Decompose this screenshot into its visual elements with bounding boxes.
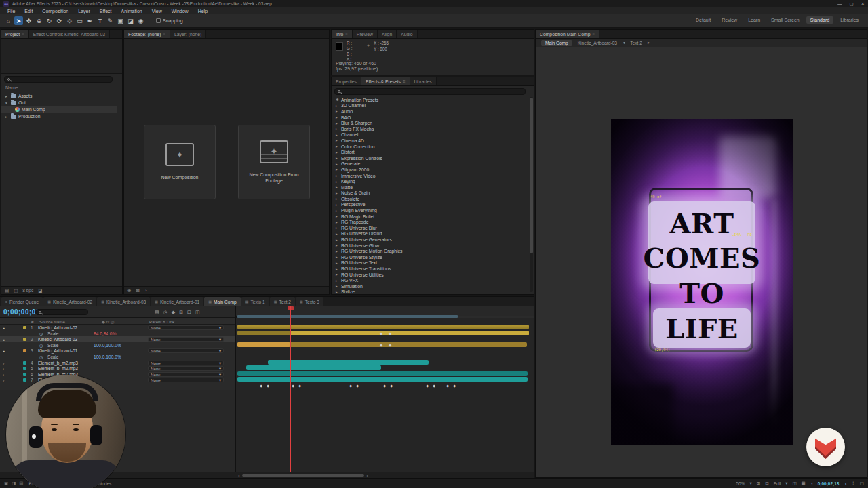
- column-source-name[interactable]: Source Name: [39, 319, 65, 324]
- audio-duration-bar[interactable]: [237, 377, 528, 382]
- panel-menu-icon[interactable]: ≡: [403, 79, 406, 83]
- stopwatch-icon[interactable]: ◷: [39, 343, 43, 348]
- twirl-icon[interactable]: ▸: [336, 284, 339, 288]
- tool-icon[interactable]: T: [96, 16, 104, 25]
- panel-menu-icon[interactable]: ≡: [345, 32, 348, 36]
- tab-render-queue[interactable]: ≡Render Queue: [1, 297, 43, 306]
- menu-item[interactable]: Layer: [73, 9, 95, 14]
- effects-category-item[interactable]: ▸ RG Universe Utilities: [332, 272, 528, 278]
- effects-category-item[interactable]: ▸ Audio: [332, 108, 528, 115]
- tab-align[interactable]: Align: [378, 30, 397, 38]
- tab-kinetic-artboard-02[interactable]: ▦Kinetic_Artboard-02: [43, 297, 96, 306]
- project-item-main-comp[interactable]: Main Comp: [1, 106, 117, 113]
- project-column-name[interactable]: Name: [5, 85, 18, 90]
- tab-composition[interactable]: Composition Main Comp≡: [536, 30, 599, 38]
- viewer-timecode[interactable]: 0;00;02;13: [818, 481, 840, 486]
- tab-kinetic-artboard-03[interactable]: ▦Kinetic_Artboard-03: [97, 297, 150, 306]
- snapshot-icon[interactable]: ▢: [860, 481, 864, 486]
- effects-category-item[interactable]: ▸ Distort: [332, 149, 528, 155]
- keyframe-icon[interactable]: ◆: [383, 384, 386, 388]
- twirl-icon[interactable]: ▸: [5, 94, 9, 98]
- layer-duration-bar[interactable]: [290, 331, 529, 336]
- column-number[interactable]: #: [31, 319, 33, 324]
- keyframe-icon[interactable]: ◆: [389, 331, 391, 336]
- parent-link-dropdown[interactable]: None▾: [148, 366, 224, 371]
- resolution-select[interactable]: Full: [774, 481, 781, 486]
- tab-effects-presets[interactable]: Effects & Presets≡: [361, 77, 410, 85]
- effects-category-item[interactable]: ▸ RG Universe Text: [332, 260, 528, 266]
- twirl-icon[interactable]: ▸: [336, 290, 339, 293]
- viewer-tab-text2[interactable]: Text 2: [630, 41, 642, 45]
- new-composition-button[interactable]: ✦ New Composition: [144, 125, 216, 199]
- twirl-icon[interactable]: ▸: [336, 203, 339, 207]
- workspace-button[interactable]: Libraries: [836, 16, 863, 24]
- keyframe-icon[interactable]: ◆: [260, 384, 262, 388]
- twirl-icon[interactable]: ▸: [336, 185, 339, 189]
- tool-icon[interactable]: ✒: [85, 16, 94, 25]
- maximize-button[interactable]: ▢: [849, 1, 853, 7]
- grid-icon[interactable]: ◨: [12, 481, 16, 486]
- twirl-icon[interactable]: ▸: [336, 249, 339, 253]
- twirl-icon[interactable]: ▸: [336, 220, 339, 224]
- effects-category-item[interactable]: ▸ RG Universe Stylize: [332, 254, 528, 260]
- stopwatch-icon[interactable]: ◷: [39, 331, 43, 336]
- effects-category-item[interactable]: ▸ Plugin Everything: [332, 207, 528, 214]
- keyframe-icon[interactable]: ◆: [453, 384, 456, 388]
- effects-category-item[interactable]: ▸ RG Universe Distort: [332, 231, 528, 237]
- keyframe-icon[interactable]: ◆: [380, 343, 382, 347]
- workspace-button[interactable]: Default: [692, 16, 715, 24]
- layer-color-chip[interactable]: [23, 378, 26, 382]
- audio-layer-row[interactable]: ♪ 5 Element_b_m2.mp3 None▾: [0, 365, 236, 371]
- project-item-production[interactable]: ▸ Production: [1, 113, 117, 119]
- menu-item[interactable]: File: [3, 9, 20, 14]
- effects-category-item[interactable]: ✱ Animation Presets: [332, 97, 528, 103]
- twirl-icon[interactable]: ▸: [336, 232, 339, 236]
- twirl-icon[interactable]: ▸: [336, 144, 339, 148]
- tab-audio[interactable]: Audio: [397, 30, 417, 38]
- keyframe-icon[interactable]: ◆: [426, 384, 429, 388]
- tool-icon[interactable]: ↻: [45, 16, 54, 25]
- keyframe-icon[interactable]: ◆: [390, 384, 393, 388]
- twirl-icon[interactable]: ▸: [336, 255, 339, 259]
- tab-preview[interactable]: Preview: [353, 30, 378, 38]
- property-name[interactable]: Scale: [47, 354, 59, 359]
- twirl-icon[interactable]: ▸: [336, 127, 339, 131]
- effects-category-item[interactable]: ▸ Cinema 4D: [332, 138, 528, 144]
- composition-viewer[interactable]: ART COMES TO LIFE 49 of LIMA - PE (20,94…: [536, 47, 867, 477]
- effects-category-item[interactable]: ▸ Boris FX Mocha: [332, 126, 528, 132]
- audio-duration-bar[interactable]: [237, 371, 528, 376]
- property-name[interactable]: Scale: [47, 343, 59, 348]
- timeline-scroll-thumb[interactable]: [242, 474, 364, 477]
- effects-category-item[interactable]: ▸ Matte: [332, 184, 528, 190]
- tool-icon[interactable]: ◪: [126, 16, 135, 25]
- layer-color-chip[interactable]: [23, 367, 26, 370]
- twirl-icon[interactable]: ▸: [336, 150, 339, 155]
- viewer-tab-artboard[interactable]: Kinetic_Artboard-03: [578, 41, 617, 45]
- effects-category-item[interactable]: ▸ Generate: [332, 161, 528, 167]
- project-item-out[interactable]: ▾ Out: [1, 100, 117, 106]
- fast-previews-icon[interactable]: ⊹: [851, 481, 854, 486]
- tab-kinetic-artboard-01[interactable]: ▦Kinetic_Artboard-01: [151, 297, 203, 306]
- effects-category-item[interactable]: ▸ RG Universe Blur: [332, 225, 528, 231]
- effects-category-item[interactable]: ▸ Keying: [332, 178, 528, 184]
- menu-item[interactable]: View: [147, 9, 167, 14]
- effects-category-item[interactable]: ▸ RG Universe Transitions: [332, 266, 528, 272]
- twirl-icon[interactable]: ▸: [336, 267, 339, 271]
- twirl-icon[interactable]: ▸: [336, 115, 339, 119]
- keyframe-icon[interactable]: ◆: [380, 331, 382, 336]
- tab-text-2[interactable]: ▦Text 2: [270, 297, 295, 306]
- parent-link-dropdown[interactable]: None▾: [148, 337, 224, 342]
- property-row[interactable]: ◷ Scale 100.0,100.0%: [0, 354, 236, 360]
- tab-libraries[interactable]: Libraries: [410, 77, 437, 85]
- keyframe-icon[interactable]: ◆: [356, 384, 359, 388]
- effects-search-input[interactable]: [334, 88, 526, 95]
- viewer-tab-main-comp[interactable]: Main Comp: [541, 40, 572, 46]
- chevron-right-icon[interactable]: ▸: [648, 40, 650, 45]
- layer-visibility-icon[interactable]: ●: [3, 338, 5, 342]
- twirl-icon[interactable]: ▸: [336, 272, 339, 277]
- workspace-button[interactable]: Standard: [806, 16, 833, 24]
- tool-icon[interactable]: ▭: [75, 16, 84, 25]
- keyframe-icon[interactable]: ◆: [267, 384, 269, 388]
- timeline-divider[interactable]: [235, 306, 236, 472]
- keyframe-icon[interactable]: ◆: [292, 384, 294, 388]
